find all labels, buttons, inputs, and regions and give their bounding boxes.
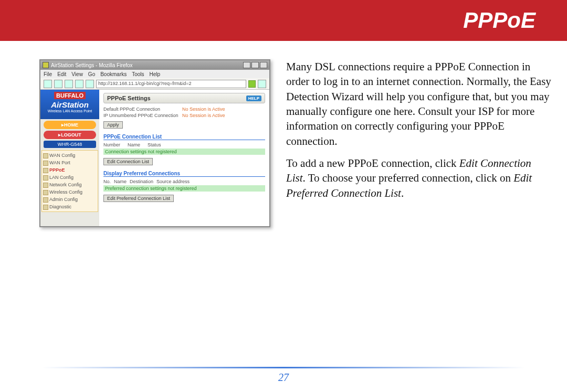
reload-icon[interactable]	[65, 80, 73, 88]
menu-bookmarks[interactable]: Bookmarks	[100, 71, 127, 77]
logout-label: LOGOUT	[61, 132, 81, 137]
setting-row: Default PPPoE Connection No Session is A…	[103, 107, 265, 112]
row2-label: IP Unnumbered PPPoE Connection	[103, 113, 182, 118]
model-label: WHR-G548	[44, 141, 96, 148]
edit-connlist-button[interactable]: Edit Connection List	[103, 158, 153, 165]
browser-menubar: File Edit View Go Bookmarks Tools Help	[40, 70, 269, 78]
col-no: No.	[103, 179, 111, 184]
nav-diagnostic[interactable]: Diagnostic	[42, 203, 98, 210]
router-sidebar: BUFFALO AirStation Wireless LAN Access P…	[40, 90, 99, 226]
toolbar-icon[interactable]	[258, 80, 266, 88]
nav-wan-port[interactable]: WAN Port	[42, 159, 98, 166]
close-icon[interactable]	[260, 62, 267, 68]
panel-header: PPPoE Settings HELP	[103, 93, 265, 103]
brand-product: AirStation	[40, 100, 99, 109]
col-dest: Destination	[130, 179, 153, 184]
col-src: Source address	[156, 179, 190, 184]
menu-edit[interactable]: Edit	[57, 71, 66, 77]
section-connlist: PPPoE Connection List	[103, 134, 265, 140]
menu-tools[interactable]: Tools	[132, 71, 144, 77]
connlist-header: Number Name Status	[103, 142, 265, 147]
nav-admin-config[interactable]: Admin Config	[42, 196, 98, 203]
menu-view[interactable]: View	[71, 71, 83, 77]
nav-lan-config[interactable]: LAN Config	[42, 174, 98, 181]
browser-toolbar: http://192.168.11.1/cgi-bin/cgi?req=frm&…	[40, 78, 269, 90]
header-bar: PPPoE	[0, 0, 567, 41]
back-icon[interactable]	[44, 80, 52, 88]
col-name: Name	[128, 142, 140, 147]
app-icon	[43, 62, 49, 68]
nav-pppoe[interactable]: PPPoE	[42, 166, 98, 174]
help-button[interactable]: HELP	[246, 96, 261, 101]
connlist-empty: Connection settings not registered	[103, 149, 265, 155]
nav-network-config[interactable]: Network Config	[42, 181, 98, 188]
apply-button[interactable]: Apply	[103, 121, 123, 129]
nav-wan-config[interactable]: WAN Config	[42, 152, 98, 159]
maximize-icon[interactable]	[251, 62, 259, 68]
brand-sub: Wireless LAN Access Point	[40, 109, 99, 113]
menu-file[interactable]: File	[44, 71, 52, 77]
pref-header: No. Name Destination Source address	[103, 179, 265, 184]
home-icon[interactable]	[86, 80, 94, 88]
row2-value: No Session is Active	[182, 113, 225, 118]
pref-empty: Preferred connection settings not regist…	[103, 185, 265, 192]
nav-list: WAN Config WAN Port PPPoE LAN Config Net…	[41, 150, 98, 212]
col-status: Status	[148, 142, 161, 147]
page-title: PPPoE	[463, 8, 536, 33]
page-number: 27	[0, 372, 567, 384]
router-main: PPPoE Settings HELP Default PPPoE Connec…	[99, 90, 269, 226]
inset-screenshot: AirStation Settings - Mozilla Firefox Fi…	[39, 59, 270, 227]
edit-pref-button[interactable]: Edit Preferred Connection List	[103, 195, 174, 202]
p2-text2: . To choose your preferred connection, c…	[303, 172, 514, 184]
p2-text: To add a new PPPoE connection, click	[286, 157, 459, 169]
panel-title: PPPoE Settings	[107, 95, 151, 101]
brand-logo: BUFFALO	[54, 92, 86, 99]
col-number: Number	[103, 142, 120, 147]
setting-row: IP Unnumbered PPPoE Connection No Sessio…	[103, 113, 265, 118]
menu-help[interactable]: Help	[150, 71, 161, 77]
brand-block: BUFFALO AirStation Wireless LAN Access P…	[40, 90, 99, 119]
window-buttons	[243, 62, 267, 68]
nav-wireless-config[interactable]: Wireless Config	[42, 188, 98, 196]
forward-icon[interactable]	[54, 80, 62, 88]
paragraph-1: Many DSL connections require a PPPoE Con…	[286, 59, 551, 149]
p2-text3: .	[401, 187, 404, 199]
minimize-icon[interactable]	[243, 62, 250, 68]
doc-text: Many DSL connections require a PPPoE Con…	[270, 59, 551, 227]
home-button[interactable]: ▸ HOME	[44, 121, 96, 129]
window-title: AirStation Settings - Mozilla Firefox	[51, 62, 133, 68]
col-pname: Name	[114, 179, 127, 184]
home-label: HOME	[64, 122, 78, 128]
section-pref: Display Preferred Connections	[103, 171, 265, 177]
content-row: AirStation Settings - Mozilla Firefox Fi…	[0, 41, 567, 227]
paragraph-2: To add a new PPPoE connection, click Edi…	[286, 156, 551, 200]
row1-value: No Session is Active	[182, 107, 225, 112]
stop-icon[interactable]	[75, 80, 83, 88]
menu-go[interactable]: Go	[88, 71, 95, 77]
footer-rule	[42, 367, 525, 368]
page-footer: 27	[0, 367, 567, 384]
address-bar[interactable]: http://192.168.11.1/cgi-bin/cgi?req=frm&…	[96, 80, 246, 88]
go-icon[interactable]	[248, 80, 256, 88]
logout-button[interactable]: ▸ LOGOUT	[44, 131, 96, 139]
window-titlebar: AirStation Settings - Mozilla Firefox	[40, 60, 269, 70]
row1-label: Default PPPoE Connection	[103, 107, 182, 112]
